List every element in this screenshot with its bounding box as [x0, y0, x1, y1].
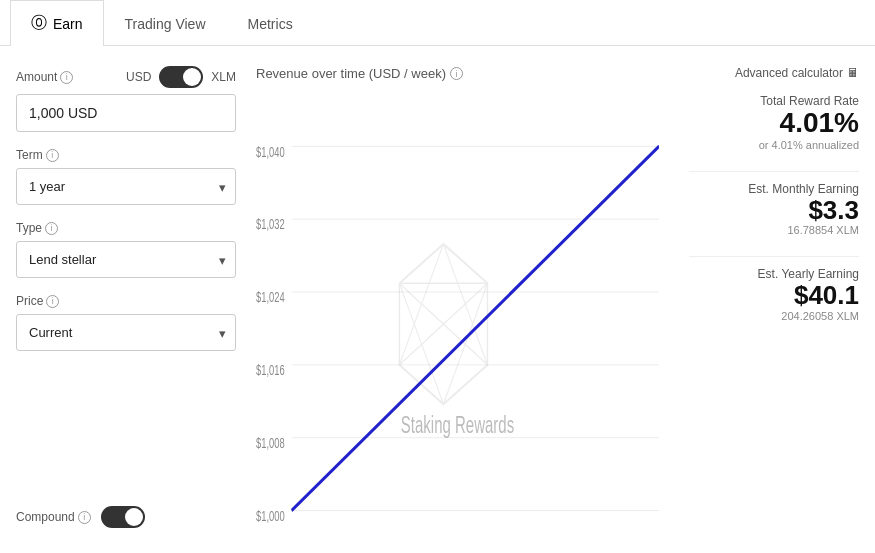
compound-label: Compound i — [16, 510, 91, 524]
calculator-icon[interactable]: 🖩 — [847, 66, 859, 80]
svg-text:$1,008: $1,008 — [256, 435, 285, 452]
amount-input[interactable] — [16, 94, 236, 132]
compound-info-icon[interactable]: i — [78, 511, 91, 524]
amount-header: Amount i USD XLM — [16, 66, 236, 88]
monthly-earning-section: Est. Monthly Earning $3.3 16.78854 XLM — [689, 182, 859, 237]
main-content: Amount i USD XLM Term i 1 week — [0, 46, 875, 548]
advanced-calc-row: Advanced calculator 🖩 — [689, 66, 859, 80]
chart-info-icon[interactable]: i — [450, 67, 463, 80]
left-panel: Amount i USD XLM Term i 1 week — [16, 66, 236, 528]
tab-earn-label: Earn — [53, 16, 83, 32]
price-label: Price i — [16, 294, 236, 308]
term-info-icon[interactable]: i — [46, 149, 59, 162]
monthly-label: Est. Monthly Earning — [689, 182, 859, 196]
compound-group: Compound i — [16, 486, 236, 528]
type-label: Type i — [16, 221, 236, 235]
type-select-wrapper: Lend stellar Stake Delegate ▾ — [16, 241, 236, 278]
watermark-text: Staking Rewards — [401, 412, 514, 438]
yearly-label: Est. Yearly Earning — [689, 267, 859, 281]
yearly-earning-section: Est. Yearly Earning $40.1 204.26058 XLM — [689, 267, 859, 322]
divider-2 — [689, 256, 859, 257]
tab-trading-view-label: Trading View — [125, 16, 206, 32]
type-info-icon[interactable]: i — [45, 222, 58, 235]
currency-xlm-label: XLM — [211, 70, 236, 84]
toggle-knob — [183, 68, 201, 86]
type-group: Type i Lend stellar Stake Delegate ▾ — [16, 221, 236, 278]
monthly-xlm: 16.78854 XLM — [689, 224, 859, 236]
total-reward-sub: or 4.01% annualized — [689, 139, 859, 151]
earn-icon: ⓪ — [31, 13, 47, 34]
price-select-wrapper: Current Custom ▾ — [16, 314, 236, 351]
svg-text:$1,040: $1,040 — [256, 143, 285, 160]
compound-toggle-knob — [125, 508, 143, 526]
yearly-value: $40.1 — [689, 281, 859, 310]
term-label: Term i — [16, 148, 236, 162]
term-select[interactable]: 1 week 1 month 3 months 6 months 1 year … — [16, 168, 236, 205]
currency-usd-label: USD — [126, 70, 151, 84]
right-panel: Advanced calculator 🖩 Total Reward Rate … — [679, 66, 859, 528]
amount-group: Amount i USD XLM — [16, 66, 236, 132]
yearly-xlm: 204.26058 XLM — [689, 310, 859, 322]
revenue-line — [292, 146, 659, 510]
currency-toggle[interactable] — [159, 66, 203, 88]
tab-trading-view[interactable]: Trading View — [104, 0, 227, 46]
term-select-wrapper: 1 week 1 month 3 months 6 months 1 year … — [16, 168, 236, 205]
price-group: Price i Current Custom ▾ — [16, 294, 236, 351]
type-select[interactable]: Lend stellar Stake Delegate — [16, 241, 236, 278]
tab-metrics-label: Metrics — [248, 16, 293, 32]
total-reward-value: 4.01% — [689, 108, 859, 139]
svg-text:$1,024: $1,024 — [256, 289, 285, 306]
chart-title: Revenue over time (USD / week) i — [256, 66, 659, 81]
term-group: Term i 1 week 1 month 3 months 6 months … — [16, 148, 236, 205]
chart-area: Revenue over time (USD / week) i $1,000 … — [256, 66, 659, 528]
watermark-logo — [399, 244, 487, 404]
chart-container: $1,000 $1,008 $1,016 $1,024 $1,032 $1,04… — [256, 91, 659, 528]
tab-metrics[interactable]: Metrics — [227, 0, 314, 46]
svg-text:$1,032: $1,032 — [256, 216, 285, 233]
tab-bar: ⓪ Earn Trading View Metrics — [0, 0, 875, 46]
amount-label: Amount i — [16, 70, 73, 84]
price-select[interactable]: Current Custom — [16, 314, 236, 351]
price-info-icon[interactable]: i — [46, 295, 59, 308]
divider-1 — [689, 171, 859, 172]
compound-toggle[interactable] — [101, 506, 145, 528]
total-reward-section: Total Reward Rate 4.01% or 4.01% annuali… — [689, 94, 859, 151]
total-reward-label: Total Reward Rate — [689, 94, 859, 108]
tab-earn[interactable]: ⓪ Earn — [10, 0, 104, 46]
monthly-value: $3.3 — [689, 196, 859, 225]
svg-text:$1,000: $1,000 — [256, 508, 285, 525]
svg-text:$1,016: $1,016 — [256, 362, 285, 379]
chart-svg: $1,000 $1,008 $1,016 $1,024 $1,032 $1,04… — [256, 91, 659, 528]
amount-info-icon[interactable]: i — [60, 71, 73, 84]
advanced-calc-label: Advanced calculator — [735, 66, 843, 80]
